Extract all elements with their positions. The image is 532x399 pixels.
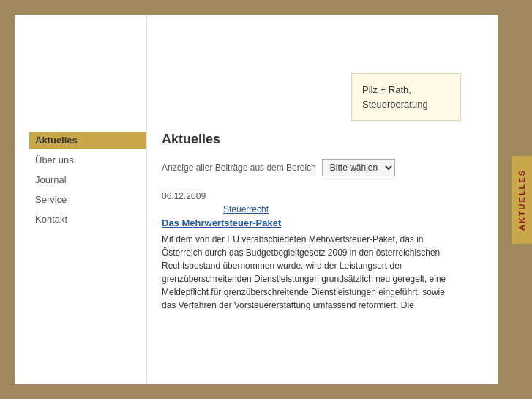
- article-title-link[interactable]: Das Mehrwertsteuer-Paket: [162, 217, 281, 228]
- sidebar-item-ueber-uns[interactable]: Über uns: [29, 152, 146, 168]
- sidebar-item-kontakt[interactable]: Kontakt: [29, 211, 146, 228]
- content-area: Aktuelles Anzeige aller Beiträge aus dem…: [147, 15, 498, 384]
- article-category[interactable]: Steuerrecht: [223, 204, 269, 215]
- sidebar-link-aktuelles[interactable]: Aktuelles: [29, 132, 146, 149]
- filter-label: Anzeige aller Beiträge aus dem Bereich: [162, 163, 316, 173]
- article-body: Mit dem von der EU verabschiedeten Mehrw…: [162, 233, 454, 312]
- article-meta: 06.12.2009: [162, 191, 461, 201]
- logo-line2: Steuerberatung: [362, 99, 428, 110]
- side-tab[interactable]: Aktuelles: [512, 156, 532, 244]
- sidebar-item-journal[interactable]: Journal: [29, 171, 146, 188]
- sidebar-nav: Aktuelles Über uns Journal Service Konta…: [29, 132, 146, 228]
- filter-row: Anzeige aller Beiträge aus dem Bereich B…: [162, 159, 461, 176]
- sidebar-link-journal[interactable]: Journal: [29, 171, 146, 188]
- main-content: Pilz + Rath, Steuerberatung Aktuelles Üb…: [15, 15, 498, 384]
- category-filter-select[interactable]: Bitte wählen Steuerrecht Wirtschaft Allg…: [322, 159, 395, 176]
- sidebar-item-aktuelles[interactable]: Aktuelles: [29, 132, 146, 149]
- sidebar: Aktuelles Über uns Journal Service Konta…: [15, 15, 146, 384]
- article-category-row: Steuerrecht: [162, 204, 461, 215]
- article-date: 06.12.2009: [162, 191, 213, 201]
- sidebar-item-service[interactable]: Service: [29, 191, 146, 208]
- article-date-placeholder: [162, 204, 213, 215]
- article-entry: 06.12.2009 Steuerrecht Das Mehrwertsteue…: [162, 191, 461, 312]
- logo-box: Pilz + Rath, Steuerberatung: [351, 73, 461, 121]
- sidebar-link-service[interactable]: Service: [29, 191, 146, 208]
- sidebar-link-kontakt[interactable]: Kontakt: [29, 211, 146, 228]
- side-tab-label: Aktuelles: [517, 169, 526, 231]
- outer-wrapper: Aktuelles Pilz + Rath, Steuerberatung Ak…: [0, 0, 532, 399]
- sidebar-link-ueber-uns[interactable]: Über uns: [29, 152, 146, 168]
- page-title: Aktuelles: [162, 132, 461, 147]
- logo-line1: Pilz + Rath,: [362, 84, 411, 95]
